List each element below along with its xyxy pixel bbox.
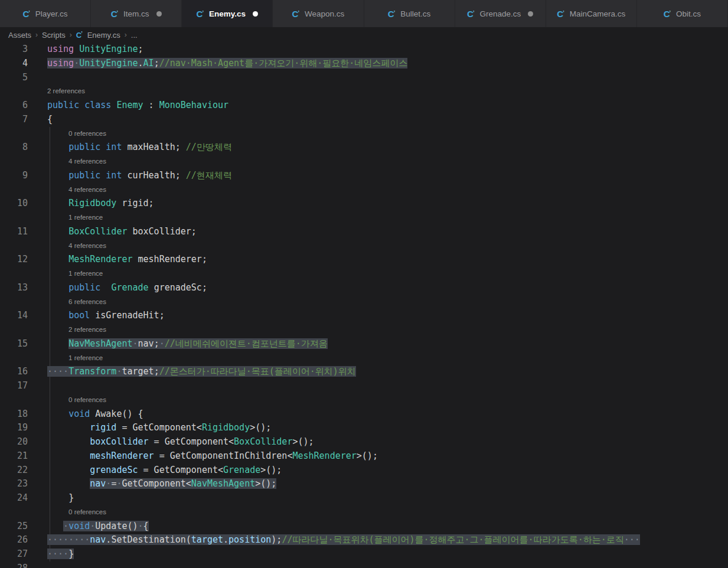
codelens-references-link[interactable]: 1 reference (68, 351, 103, 365)
codelens-row[interactable]: 1 reference (0, 211, 728, 225)
code-line-12[interactable]: 12 MeshRenderer meshRenderer; (0, 253, 728, 267)
tab-obit-cs[interactable]: CʼObit.cs (637, 0, 728, 27)
code-text: { (47, 113, 53, 127)
chevron-right-icon: › (35, 31, 38, 39)
code-line-20[interactable]: 20 boxCollider = GetComponent<BoxCollide… (0, 435, 728, 449)
tab-label: MainCamera.cs (570, 9, 626, 18)
code-text: nav·=·GetComponent<NavMeshAgent>(); (47, 477, 276, 491)
codelens-row[interactable]: 1 reference (0, 267, 728, 281)
code-line-27[interactable]: 27····} (0, 547, 728, 562)
csharp-file-icon: Cʼ (292, 9, 300, 19)
code-line-14[interactable]: 14 bool isGrenadeHit; (0, 309, 728, 323)
code-line-17[interactable]: 17 (0, 379, 728, 393)
code-line-8[interactable]: 8 public int maxHealth; //만땅체력 (0, 141, 728, 155)
code-line-26[interactable]: 26········nav.SetDestination(target.posi… (0, 533, 728, 547)
csharp-file-icon: Cʼ (664, 9, 671, 19)
codelens-row[interactable]: 4 references (0, 183, 728, 197)
tab-label: Obit.cs (676, 9, 701, 18)
csharp-file-icon: Cʼ (467, 9, 475, 19)
codelens-references-link[interactable]: 0 references (68, 393, 106, 407)
codelens-references-link[interactable]: 2 references (68, 323, 106, 337)
code-line-28[interactable]: 28 (0, 562, 728, 568)
codelens-row[interactable]: 0 references (0, 505, 728, 520)
code-text: BoxCollider boxCollider; (47, 225, 197, 239)
breadcrumb-item-assets[interactable]: Assets (8, 31, 31, 40)
code-text: public class Enemy : MonoBehaviour (47, 99, 228, 113)
code-line-25[interactable]: 25 ·void·Update()·{ (0, 520, 728, 534)
codelens-references-link[interactable]: 6 references (68, 295, 106, 309)
line-number (0, 239, 28, 253)
line-number: 28 (0, 562, 28, 568)
codelens-references-link[interactable]: 4 references (68, 183, 106, 197)
codelens-row[interactable]: 2 references (0, 84, 728, 99)
code-text: MeshRenderer meshRenderer; (47, 253, 207, 267)
line-number: 20 (0, 435, 28, 449)
code-text: meshRenderer = GetComponentInChildren<Me… (47, 449, 378, 463)
code-line-18[interactable]: 18 void Awake() { (0, 407, 728, 422)
tab-enemy-cs[interactable]: CʼEnemy.cs (182, 0, 273, 27)
line-number (0, 351, 28, 365)
csharp-file-icon: Cʼ (111, 9, 119, 19)
code-line-15[interactable]: 15 NavMeshAgent·nav;·//네비메쉬에이젼트·컴포넌트를·가져… (0, 337, 728, 351)
line-number (0, 127, 28, 141)
codelens-references-link[interactable]: 2 references (47, 84, 85, 99)
line-number: 10 (0, 197, 28, 211)
code-text: public Grenade grenadeSc; (47, 281, 207, 295)
code-line-7[interactable]: 7{ (0, 113, 728, 127)
codelens-row[interactable]: 0 references (0, 393, 728, 407)
code-line-13[interactable]: 13 public Grenade grenadeSc; (0, 281, 728, 295)
line-number: 27 (0, 547, 28, 562)
code-line-21[interactable]: 21 meshRenderer = GetComponentInChildren… (0, 449, 728, 463)
code-line-16[interactable]: 16····Transform·target;//몬스터가·따라다닐·목표(플레… (0, 365, 728, 379)
code-text: boxCollider = GetComponent<BoxCollider>(… (47, 435, 314, 449)
code-line-9[interactable]: 9 public int curHealth; //현재체력 (0, 169, 728, 183)
codelens-row[interactable]: 6 references (0, 295, 728, 309)
codelens-row[interactable]: 0 references (0, 127, 728, 141)
codelens-references-link[interactable]: 4 references (68, 239, 106, 253)
tab-player-cs[interactable]: CʼPlayer.cs (0, 0, 91, 27)
tab-weapon-cs[interactable]: CʼWeapon.cs (273, 0, 364, 27)
modified-dot-icon[interactable] (156, 11, 162, 17)
codelens-references-link[interactable]: 0 references (68, 127, 106, 141)
codelens-references-link[interactable]: 4 references (68, 155, 106, 169)
code-line-11[interactable]: 11 BoxCollider boxCollider; (0, 225, 728, 239)
code-line-3[interactable]: 3using UnityEngine; (0, 43, 728, 57)
tab-maincamera-cs[interactable]: CʼMainCamera.cs (546, 0, 637, 27)
code-text: ····Transform·target;//몬스터가·따라다닐·목표(플레이어… (47, 365, 356, 379)
line-number: 24 (0, 491, 28, 505)
code-line-10[interactable]: 10 Rigidbody rigid; (0, 197, 728, 211)
codelens-row[interactable]: 4 references (0, 155, 728, 169)
line-number (0, 183, 28, 197)
line-number: 26 (0, 533, 28, 547)
tab-bullet-cs[interactable]: CʼBullet.cs (364, 0, 455, 27)
code-editor[interactable]: 3using UnityEngine;4using·UnityEngine.AI… (0, 43, 728, 568)
code-text: ····} (47, 547, 74, 562)
code-line-23[interactable]: 23 nav·=·GetComponent<NavMeshAgent>(); (0, 477, 728, 491)
codelens-references-link[interactable]: 1 reference (68, 267, 103, 281)
modified-dot-icon[interactable] (253, 11, 258, 17)
codelens-row[interactable]: 2 references (0, 323, 728, 337)
tab-item-cs[interactable]: CʼItem.cs (91, 0, 182, 27)
code-text: void Awake() { (47, 407, 143, 422)
codelens-row[interactable]: 4 references (0, 239, 728, 253)
tab-label: Grenade.cs (479, 9, 521, 18)
breadcrumb-item-enemy-cs[interactable]: Enemy.cs (87, 31, 120, 40)
code-line-24[interactable]: 24 } (0, 491, 728, 505)
codelens-references-link[interactable]: 0 references (68, 505, 106, 520)
codelens-references-link[interactable]: 1 reference (68, 211, 103, 225)
tab-grenade-cs[interactable]: CʼGrenade.cs (455, 0, 546, 27)
breadcrumb-item--[interactable]: ... (131, 31, 138, 40)
code-line-22[interactable]: 22 grenadeSc = GetComponent<Grenade>(); (0, 463, 728, 478)
code-line-6[interactable]: 6public class Enemy : MonoBehaviour (0, 99, 728, 113)
modified-dot-icon[interactable] (528, 11, 533, 17)
code-text: ·void·Update()·{ (47, 520, 149, 534)
code-line-4[interactable]: 4using·UnityEngine.AI;//nav·Mash·Agent를·… (0, 57, 728, 71)
breadcrumb-item-scripts[interactable]: Scripts (42, 31, 66, 40)
code-line-5[interactable]: 5 (0, 71, 728, 85)
code-line-19[interactable]: 19 rigid = GetComponent<Rigidbody>(); (0, 421, 728, 435)
line-number (0, 393, 28, 407)
tab-label: Player.cs (35, 9, 68, 18)
codelens-row[interactable]: 1 reference (0, 351, 728, 365)
chevron-right-icon: › (125, 31, 127, 39)
line-number: 25 (0, 520, 28, 534)
